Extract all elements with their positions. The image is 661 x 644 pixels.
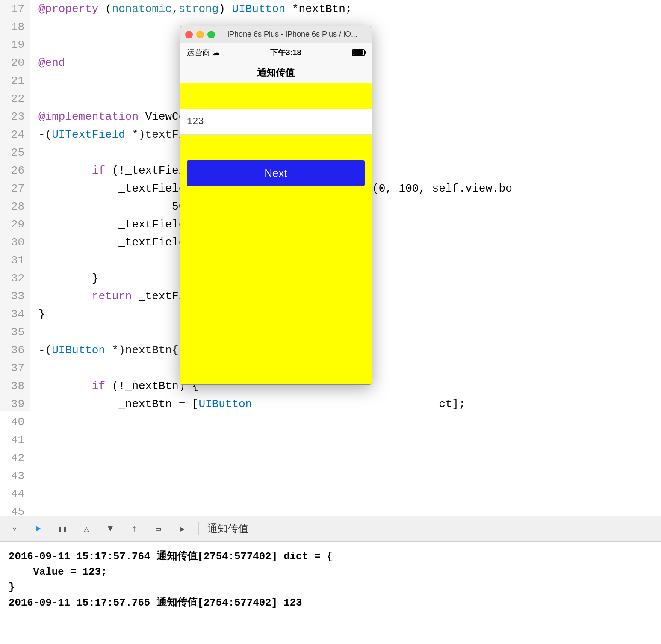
line-num-23: 23 [0, 108, 24, 126]
console-line-3: } [9, 580, 652, 595]
simulator-minimize-button[interactable] [196, 31, 204, 38]
iphone-content: 123 Next [180, 83, 372, 384]
line-num-25: 25 [0, 144, 24, 162]
line-num-26: 26 [0, 162, 24, 180]
line-num-41: 41 [0, 431, 24, 449]
code-line-17: @property (nonatomic,strong) UIButton *n… [38, 0, 661, 18]
line-num-20: 20 [0, 54, 24, 72]
line-num-31: 31 [0, 251, 24, 269]
line-num-30: 30 [0, 233, 24, 251]
toolbar-icon-location[interactable]: ▶ [174, 521, 190, 536]
toolbar-icon-pause[interactable]: ▮▮ [55, 521, 70, 536]
next-button[interactable]: Next [187, 160, 365, 186]
toolbar-icon-expand[interactable]: ▿ [7, 521, 22, 536]
line-num-40: 40 [0, 413, 24, 431]
line-num-24: 24 [0, 126, 24, 144]
toolbar-icon-step-in[interactable]: ▼ [103, 521, 118, 536]
line-num-33: 33 [0, 287, 24, 305]
toolbar-icon-step-over[interactable]: △ [79, 521, 94, 536]
line-num-32: 32 [0, 269, 24, 287]
console-line-1: 2016-09-11 15:17:57.764 通知传值[2754:577402… [9, 549, 652, 564]
toolbar-divider [198, 522, 199, 535]
yellow-mid-section [180, 135, 372, 160]
toolbar-icon-step-out[interactable]: ↑ [127, 521, 142, 536]
line-num-39: 39 [0, 395, 24, 413]
line-num-34: 34 [0, 305, 24, 323]
status-carrier: 运营商 ☁ [187, 47, 220, 58]
line-num-19: 19 [0, 36, 24, 54]
console-line-2: Value = 123; [9, 564, 652, 580]
yellow-bottom-section [180, 186, 372, 384]
line-num-18: 18 [0, 18, 24, 36]
carrier-label: 运营商 ☁ [187, 47, 220, 58]
console-line-4: 2016-09-11 15:17:57.765 通知传值[2754:577402… [9, 595, 652, 611]
debug-console: 2016-09-11 15:17:57.764 通知传值[2754:577402… [0, 541, 661, 644]
iphone-status-bar: 运营商 ☁ 下午3:18 [180, 43, 372, 62]
line-num-36: 36 [0, 341, 24, 359]
simulator-maximize-button[interactable] [207, 31, 215, 38]
simulator-close-button[interactable] [185, 31, 193, 38]
textfield-value: 123 [187, 116, 204, 127]
iphone-textfield[interactable]: 123 [180, 109, 372, 135]
toolbar-icon-run[interactable]: ► [31, 521, 46, 536]
line-num-35: 35 [0, 323, 24, 341]
iphone-navbar: 通知传值 [180, 62, 372, 83]
navbar-title: 通知传值 [257, 66, 295, 79]
line-num-37: 37 [0, 359, 24, 377]
simulator-window: iPhone 6s Plus - iPhone 6s Plus / iO... … [180, 26, 372, 385]
line-num-17: 17 [0, 0, 24, 18]
line-num-27: 27 [0, 180, 24, 198]
line-num-29: 29 [0, 216, 24, 233]
battery-icon [352, 49, 365, 56]
line-num-38: 38 [0, 377, 24, 395]
line-num-43: 43 [0, 467, 24, 485]
line-num-28: 28 [0, 198, 24, 216]
line-num-42: 42 [0, 449, 24, 467]
line-numbers: 17 18 19 20 21 22 23 24 25 26 27 28 29 3… [0, 0, 30, 411]
simulator-titlebar: iPhone 6s Plus - iPhone 6s Plus / iO... [180, 26, 372, 43]
simulator-title: iPhone 6s Plus - iPhone 6s Plus / iO... [218, 30, 366, 39]
toolbar-icon-frame[interactable]: ▭ [150, 521, 166, 536]
bottom-toolbar: ▿ ► ▮▮ △ ▼ ↑ ▭ ▶ 通知传值 [0, 516, 661, 541]
toolbar-project-label: 通知传值 [207, 522, 248, 535]
line-num-21: 21 [0, 72, 24, 90]
status-battery [352, 49, 365, 56]
line-num-44: 44 [0, 485, 24, 503]
line-num-22: 22 [0, 90, 24, 108]
battery-fill [353, 50, 363, 55]
yellow-top-section [180, 83, 372, 109]
status-time: 下午3:18 [270, 47, 301, 58]
code-line-39: _nextBtn = [UIButton ct]; [38, 395, 661, 411]
